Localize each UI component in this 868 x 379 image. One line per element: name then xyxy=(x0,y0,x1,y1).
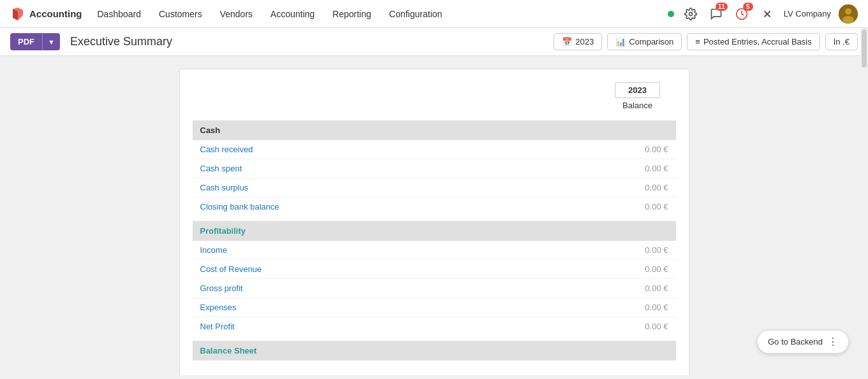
messages-badge: 11 xyxy=(716,3,728,11)
chart-icon: 📊 xyxy=(615,37,626,46)
messages-icon-btn[interactable]: 11 xyxy=(707,5,725,23)
app-name: Accounting xyxy=(29,8,82,19)
table-row: Net Profit 0.00 € xyxy=(193,317,676,336)
calendar-icon: 📅 xyxy=(562,37,572,46)
nav-dashboard[interactable]: Dashboard xyxy=(90,4,149,24)
table-row: Cash received 0.00 € xyxy=(193,140,676,159)
table-row: Gross profit 0.00 € xyxy=(193,279,676,298)
pdf-dropdown-button[interactable]: ▼ xyxy=(42,33,60,50)
report-header: 2023 Balance xyxy=(193,82,676,110)
expenses-value: 0.00 € xyxy=(592,303,668,312)
closing-bank-balance-value: 0.00 € xyxy=(592,202,668,211)
gross-profit-label[interactable]: Gross profit xyxy=(200,283,592,293)
nav-customers[interactable]: Customers xyxy=(151,4,210,24)
svg-point-6 xyxy=(842,16,854,24)
go-to-backend-btn[interactable]: Go to Backend ⋮ xyxy=(757,330,849,354)
income-label[interactable]: Income xyxy=(200,245,592,255)
page-title: Executive Summary xyxy=(70,35,172,48)
currency-filter-btn[interactable]: In .€ xyxy=(825,33,858,50)
nav-accounting[interactable]: Accounting xyxy=(263,4,322,24)
cash-surplus-value: 0.00 € xyxy=(592,183,668,192)
net-profit-value: 0.00 € xyxy=(592,322,668,331)
go-to-backend-more-icon[interactable]: ⋮ xyxy=(828,336,838,348)
nav-vendors[interactable]: Vendors xyxy=(212,4,260,24)
settings-icon-btn[interactable] xyxy=(682,5,700,23)
year-column: 2023 Balance xyxy=(600,82,676,110)
timer-badge: 5 xyxy=(743,3,753,11)
table-row: Cash surplus 0.00 € xyxy=(193,178,676,197)
cash-spent-value: 0.00 € xyxy=(592,164,668,173)
avatar[interactable] xyxy=(839,4,858,24)
cash-received-value: 0.00 € xyxy=(592,145,668,154)
cash-section-header: Cash xyxy=(193,120,676,140)
app-logo[interactable]: Accounting xyxy=(10,6,82,22)
toolbar-filters: 📅 2023 📊 Comparison ≡ Posted Entries, Ac… xyxy=(554,33,858,50)
net-profit-label[interactable]: Net Profit xyxy=(200,322,592,331)
status-dot xyxy=(668,11,674,17)
year-filter-label: 2023 xyxy=(575,37,594,46)
cash-surplus-label[interactable]: Cash surplus xyxy=(200,183,592,192)
entries-filter-btn[interactable]: ≡ Posted Entries, Accrual Basis xyxy=(687,33,820,50)
year-label: 2023 xyxy=(615,82,660,98)
cash-section: Cash Cash received 0.00 € Cash spent 0.0… xyxy=(193,120,676,216)
balance-sheet-section-header: Balance Sheet xyxy=(193,341,676,361)
svg-point-5 xyxy=(845,8,851,15)
report-container: 2023 Balance Cash Cash received 0.00 € C… xyxy=(179,69,689,375)
gross-profit-value: 0.00 € xyxy=(592,283,668,293)
pdf-button[interactable]: PDF xyxy=(10,33,42,50)
pdf-button-group: PDF ▼ xyxy=(10,33,60,50)
scrollbar-thumb[interactable] xyxy=(862,29,867,68)
profitability-section: Profitability Income 0.00 € Cost of Reve… xyxy=(193,221,676,336)
company-name[interactable]: LV Company xyxy=(784,9,831,18)
main-content: 2023 Balance Cash Cash received 0.00 € C… xyxy=(0,56,868,375)
nav-reporting[interactable]: Reporting xyxy=(325,4,379,24)
balance-sheet-section: Balance Sheet xyxy=(193,341,676,361)
svg-point-0 xyxy=(689,12,692,15)
income-value: 0.00 € xyxy=(592,245,668,255)
scrollbar-track[interactable] xyxy=(860,28,868,379)
profitability-section-header: Profitability xyxy=(193,221,676,241)
table-row: Closing bank balance 0.00 € xyxy=(193,197,676,216)
comparison-filter-label: Comparison xyxy=(629,37,673,46)
nav-configuration[interactable]: Configuration xyxy=(381,4,450,24)
cash-received-label[interactable]: Cash received xyxy=(200,145,592,154)
cost-of-revenue-label[interactable]: Cost of Revenue xyxy=(200,264,592,274)
timer-icon-btn[interactable]: 5 xyxy=(733,5,751,23)
cash-spent-label[interactable]: Cash spent xyxy=(200,164,592,173)
table-row: Cash spent 0.00 € xyxy=(193,159,676,178)
top-nav: Accounting Dashboard Customers Vendors A… xyxy=(0,0,868,28)
entries-filter-label: Posted Entries, Accrual Basis xyxy=(703,37,812,46)
table-row: Expenses 0.00 € xyxy=(193,298,676,317)
closing-bank-balance-label[interactable]: Closing bank balance xyxy=(200,202,592,211)
close-icon-btn[interactable] xyxy=(758,5,776,23)
comparison-filter-btn[interactable]: 📊 Comparison xyxy=(607,33,682,50)
sliders-icon: ≡ xyxy=(695,37,700,46)
expenses-label[interactable]: Expenses xyxy=(200,303,592,312)
go-to-backend-label: Go to Backend xyxy=(768,337,823,347)
toolbar: PDF ▼ Executive Summary 📅 2023 📊 Compari… xyxy=(0,28,868,56)
cost-of-revenue-value: 0.00 € xyxy=(592,264,668,274)
table-row: Income 0.00 € xyxy=(193,241,676,260)
nav-right: 11 5 LV Company xyxy=(668,4,858,24)
table-row: Cost of Revenue 0.00 € xyxy=(193,260,676,279)
currency-filter-label: In .€ xyxy=(834,37,850,46)
year-filter-btn[interactable]: 📅 2023 xyxy=(554,33,602,50)
balance-label: Balance xyxy=(600,101,676,110)
page-wrapper: Accounting Dashboard Customers Vendors A… xyxy=(0,0,868,379)
